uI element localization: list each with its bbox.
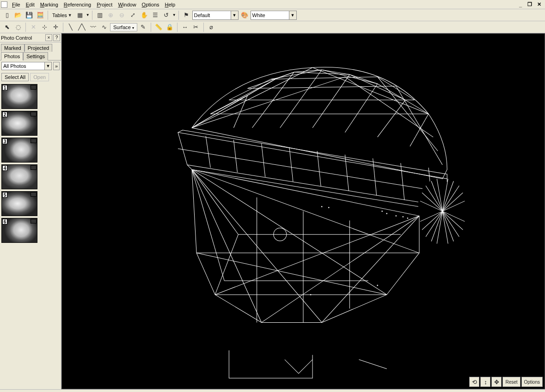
orbit-button[interactable]: ⟲ <box>469 377 479 387</box>
surface-dropdown[interactable]: Surface ▾ <box>110 23 137 31</box>
svg-line-2 <box>262 144 265 177</box>
thumbnail-number: 2 <box>2 112 7 117</box>
menu-file[interactable]: File <box>9 1 23 8</box>
tab-marked[interactable]: Marked <box>1 44 24 52</box>
camera-icon <box>31 139 37 143</box>
svg-point-30 <box>395 215 397 217</box>
window-restore-button[interactable]: ❐ <box>526 1 534 8</box>
menu-edit[interactable]: Edit <box>23 1 37 8</box>
menu-options[interactable]: Options <box>139 1 162 8</box>
thumbnail[interactable]: 2 <box>1 111 37 136</box>
delete-button[interactable]: ✕ <box>28 22 38 32</box>
layout-button[interactable]: ▥ <box>95 10 105 20</box>
refresh-button[interactable]: ↺ <box>161 10 171 20</box>
thumbnail[interactable]: 6 <box>1 218 37 243</box>
menu-referencing[interactable]: Referencing <box>61 1 94 8</box>
expand-button[interactable]: » <box>53 62 60 70</box>
svg-point-34 <box>377 285 378 286</box>
toolbar-separator <box>92 11 92 20</box>
tab-photos[interactable]: Photos <box>1 52 23 60</box>
lasso-button[interactable]: ◌ <box>13 22 23 32</box>
palette-button[interactable]: 🎨 <box>239 10 250 20</box>
camera-icon <box>31 165 37 170</box>
chevron-down-icon: ▼ <box>289 11 296 19</box>
cut-button[interactable]: ⌀ <box>206 22 216 32</box>
curve-button[interactable]: 〰 <box>88 22 98 32</box>
measure-button[interactable]: ↔ <box>180 22 190 32</box>
window-minimize-button[interactable]: _ <box>516 1 525 8</box>
status-bar <box>0 389 545 392</box>
panel-help-button[interactable]: ? <box>53 34 60 41</box>
polyline-button[interactable]: ╱╲ <box>77 22 87 32</box>
thumbnail[interactable]: 3 <box>1 138 37 163</box>
menu-marking[interactable]: Marking <box>37 1 61 8</box>
3d-viewport[interactable]: ⟲ ↕ ✥ Reset Options <box>61 33 545 389</box>
thumbnail-list: 1 2 3 4 5 <box>0 83 61 389</box>
svg-line-7 <box>401 163 404 200</box>
grid-button[interactable]: ▦ <box>75 10 85 20</box>
zoom-fit-button[interactable]: ⤢ <box>128 10 138 20</box>
material-value: Default <box>194 12 210 18</box>
photo-filter-value: All Photos <box>3 63 26 69</box>
new-button[interactable]: ▯ <box>2 10 12 20</box>
panel-tabs-top: Marked Projected <box>0 42 61 51</box>
preferences-button[interactable]: 🧮 <box>35 10 45 20</box>
photo-filter-combobox[interactable]: All Photos ▼ <box>1 62 52 70</box>
thumbnail-number: 6 <box>2 219 7 224</box>
toolbar-separator <box>151 23 151 32</box>
open-button[interactable]: 📂 <box>13 10 23 20</box>
main-toolbar: ▯ 📂 💾 🧮 Tables ▼ ▦ ▼ ▥ ⊕ ⊖ ⤢ ✋ ☰ ↺ ▼ ⚑ D… <box>0 9 545 21</box>
window-close-button[interactable]: ✕ <box>535 1 543 8</box>
reset-view-button[interactable]: Reset <box>502 377 520 387</box>
svg-line-5 <box>345 155 349 191</box>
color-combobox[interactable]: White ▼ <box>251 11 297 20</box>
tables-dropdown[interactable]: Tables ▼ <box>50 11 74 20</box>
thumbnail[interactable]: 1 <box>1 84 37 109</box>
menu-project[interactable]: Project <box>94 1 115 8</box>
svg-point-33 <box>310 294 312 296</box>
chevron-down-icon: ▼ <box>68 13 72 18</box>
panel-tabs-bottom: Photos Settings <box>0 51 61 60</box>
zoom-out-button[interactable]: ⊖ <box>117 10 127 20</box>
toolbar-separator <box>178 11 179 20</box>
move-button[interactable]: ✥ <box>491 377 502 387</box>
tab-settings[interactable]: Settings <box>23 52 48 60</box>
menu-help[interactable]: Help <box>162 1 178 8</box>
lock-button[interactable]: 🔒 <box>165 22 175 32</box>
svg-point-29 <box>386 213 387 214</box>
svg-point-26 <box>321 206 323 207</box>
menu-window[interactable]: Window <box>115 1 139 8</box>
tools-button[interactable]: ✂ <box>191 22 201 32</box>
tab-projected[interactable]: Projected <box>24 44 52 52</box>
chevron-down-icon: ▼ <box>86 13 90 17</box>
thumbnail-number: 4 <box>2 165 7 171</box>
pan-button[interactable]: ✋ <box>139 10 149 20</box>
app-icon <box>1 1 7 8</box>
cross-button[interactable]: ✛ <box>50 22 61 32</box>
chevron-down-icon: ▼ <box>231 11 238 19</box>
color-value: White <box>252 12 265 18</box>
select-all-button[interactable]: Select All <box>1 73 29 81</box>
menu-bar: File Edit Marking Referencing Project Wi… <box>0 0 545 9</box>
ruler-button[interactable]: 📏 <box>153 22 164 32</box>
thumbnail[interactable]: 4 <box>1 164 37 189</box>
svg-line-4 <box>317 151 321 186</box>
save-button[interactable]: 💾 <box>24 10 34 20</box>
vertical-button[interactable]: ↕ <box>480 377 490 387</box>
flag-button[interactable]: ⚑ <box>181 10 191 20</box>
pointer-button[interactable]: ⬉ <box>2 22 12 32</box>
panel-title-bar: Photo Control × ? <box>0 33 61 42</box>
view-options-button[interactable]: Options <box>521 377 543 387</box>
list-button[interactable]: ☰ <box>150 10 160 20</box>
zoom-in-button[interactable]: ⊕ <box>106 10 116 20</box>
spline-button[interactable]: ∿ <box>99 22 109 32</box>
line-button[interactable]: ╲ <box>66 22 76 32</box>
thumbnail-number: 1 <box>2 85 7 90</box>
svg-line-1 <box>233 140 237 172</box>
pencil-button[interactable]: ✎ <box>138 22 148 32</box>
thumbnail[interactable]: 5 <box>1 191 37 216</box>
panel-close-button[interactable]: × <box>45 34 52 41</box>
add-point-button[interactable]: ⊹ <box>39 22 49 32</box>
tables-label: Tables <box>52 12 67 18</box>
material-combobox[interactable]: Default ▼ <box>192 11 239 20</box>
